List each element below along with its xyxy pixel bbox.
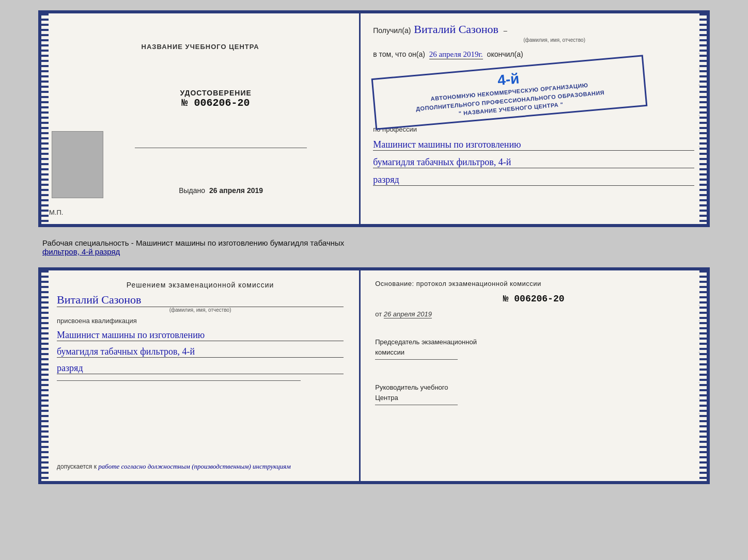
osnov-text: Основание: протокол экзаменационной коми… xyxy=(375,280,692,287)
rukovoditel-line1: Руководитель учебного xyxy=(375,383,448,391)
bottom-document: Решением экзаменационной комиссии Витали… xyxy=(38,267,710,484)
resheniem-text: Решением экзаменационной комиссии xyxy=(57,281,344,289)
vtom-date: 26 апреля 2019г. xyxy=(429,50,483,59)
top-doc-right-panel: Получил(а) Виталий Сазонов – (фамилия, и… xyxy=(361,13,707,224)
po-professii-label: по профессии xyxy=(373,125,694,133)
middle-text-block: Рабочая специальность - Машинист машины … xyxy=(38,236,710,258)
predsedatel-line1: Председатель экзаменационной xyxy=(375,338,477,346)
middle-text-line2: фильтров, 4-й разряд xyxy=(42,247,120,256)
bottom-fio-handwritten: Виталий Сазонов xyxy=(57,293,344,307)
rukovoditel-block: Руководитель учебного Центра xyxy=(375,382,692,407)
profession-line3: разряд xyxy=(373,174,694,186)
ot-prefix: от xyxy=(375,310,382,318)
top-document: НАЗВАНИЕ УЧЕБНОГО ЦЕНТРА УДОСТОВЕРЕНИЕ №… xyxy=(38,10,710,227)
predsedatel-signature-line xyxy=(375,359,458,360)
predsedatel-block: Председатель экзаменационной комиссии xyxy=(375,337,692,362)
middle-text-line1: Рабочая специальность - Машинист машины … xyxy=(42,238,344,247)
stamp-block: 4-й АВТОНОМНУЮ НЕКОММЕРЧЕСКУЮ ОРГАНИЗАЦИ… xyxy=(371,55,648,130)
poluchil-row: Получил(а) Виталий Сазонов – xyxy=(373,23,694,36)
dopuskaetsya-prefix: допускается к xyxy=(57,463,97,470)
predsedatel-line2: комиссии xyxy=(375,348,404,356)
right-border-decoration xyxy=(699,13,707,224)
bottom-qual-line2: бумагидля табачных фильтров, 4-й xyxy=(57,346,344,358)
vydano-date: 26 апреля 2019 xyxy=(209,186,263,195)
vydano-line: Выдано 26 апреля 2019 xyxy=(179,186,263,195)
mp-label: М.П. xyxy=(49,209,63,216)
udostoverenie-number: № 006206-20 xyxy=(180,97,251,109)
vtom-prefix: в том, что он(а) xyxy=(373,50,425,58)
vtom-row: в том, что он(а) 26 апреля 2019г. окончи… xyxy=(373,50,694,59)
bottom-left-border-decoration xyxy=(41,270,49,481)
udostoverenie-label: УДОСТОВЕРЕНИЕ xyxy=(180,89,251,97)
rukovoditel-signature-line xyxy=(375,405,458,405)
poluchil-prefix: Получил(а) xyxy=(373,26,411,35)
bottom-fio-sub: (фамилия, имя, отчество) xyxy=(57,307,344,313)
bottom-fio-row: Виталий Сазонов (фамилия, имя, отчество) xyxy=(57,293,344,313)
profession-line2: бумагидля табачных фильтров, 4-й xyxy=(373,157,694,168)
prisvoena-text: присвоена квалификация xyxy=(57,317,344,325)
protocol-number: № 006206-20 xyxy=(375,294,692,304)
bottom-doc-left-panel: Решением экзаменационной комиссии Витали… xyxy=(41,270,361,481)
dopuskaetsya-text: работе согласно должностным (производств… xyxy=(98,462,290,470)
top-doc-left-panel: НАЗВАНИЕ УЧЕБНОГО ЦЕНТРА УДОСТОВЕРЕНИЕ №… xyxy=(41,13,361,224)
bottom-qual-line3: разряд xyxy=(57,363,344,374)
photo-placeholder xyxy=(52,131,103,198)
ot-date: 26 апреля 2019 xyxy=(384,310,432,318)
bottom-right-border-decoration xyxy=(699,270,707,481)
profession-line1: Машинист машины по изготовлению xyxy=(373,139,694,151)
dash: – xyxy=(504,27,507,35)
okonchil: окончил(а) xyxy=(487,50,523,58)
vydano-prefix: Выдано xyxy=(179,186,205,195)
dopuskaetsya-row: допускается к работе согласно должностны… xyxy=(57,462,344,471)
bottom-doc-right-panel: Основание: протокол экзаменационной коми… xyxy=(361,270,707,481)
fio-handwritten: Виталий Сазонов xyxy=(414,23,498,36)
school-name-label: НАЗВАНИЕ УЧЕБНОГО ЦЕНТРА xyxy=(142,43,259,51)
bottom-qual-line1: Машинист машины по изготовлению xyxy=(57,330,344,341)
fio-sub-top: (фамилия, имя, отчество) xyxy=(414,37,694,43)
ot-date-row: от 26 апреля 2019 xyxy=(375,310,692,318)
rukovoditel-line2: Центра xyxy=(375,394,398,402)
